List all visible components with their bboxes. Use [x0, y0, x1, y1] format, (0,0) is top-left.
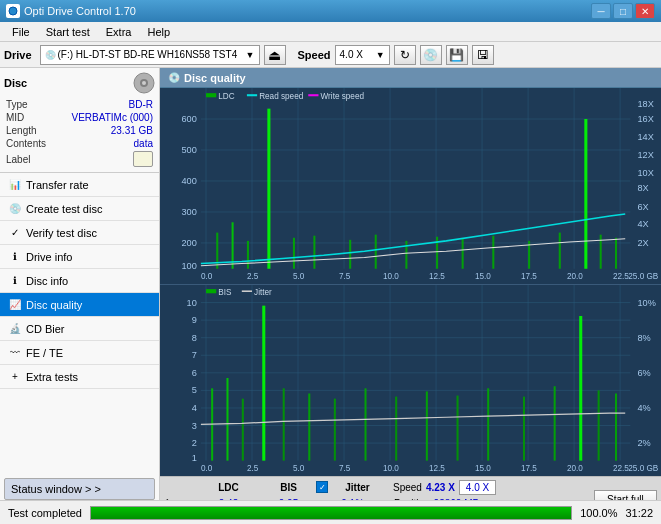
svg-text:20.0: 20.0 [567, 464, 583, 473]
svg-rect-69 [160, 285, 661, 476]
contents-label: Contents [6, 138, 46, 149]
disc-quality-header-icon: 💿 [168, 72, 180, 83]
disc-mid-row: MID VERBATIMc (000) [4, 111, 155, 124]
status-window-button[interactable]: Status window > > [4, 478, 155, 500]
svg-text:8%: 8% [637, 333, 650, 343]
start-full-button[interactable]: Start full [594, 490, 657, 500]
menubar: File Start test Extra Help [0, 22, 661, 42]
nav-create-test-disc[interactable]: 💿 Create test disc [0, 197, 159, 221]
svg-text:10%: 10% [637, 298, 655, 308]
disc-contents-row: Contents data [4, 137, 155, 150]
nav-transfer-rate[interactable]: 📊 Transfer rate [0, 173, 159, 197]
drive-label: Drive [4, 49, 32, 61]
minimize-button[interactable]: ─ [591, 3, 611, 19]
menu-extra[interactable]: Extra [98, 24, 140, 40]
position-label: Position [394, 498, 430, 500]
svg-point-0 [9, 7, 17, 15]
ldc-chart-panel: 600 500 400 300 200 100 18X 16X 14X 12X … [160, 88, 661, 285]
svg-text:25.0 GB: 25.0 GB [628, 464, 659, 473]
drive-select-value[interactable]: (F:) HL-DT-ST BD-RE WH16NS58 TST4 [58, 49, 244, 60]
svg-text:400: 400 [181, 176, 196, 186]
svg-text:5.0: 5.0 [293, 464, 305, 473]
svg-rect-131 [615, 394, 617, 461]
svg-text:2.5: 2.5 [247, 464, 259, 473]
close-button[interactable]: ✕ [635, 3, 655, 19]
menu-start-test[interactable]: Start test [38, 24, 98, 40]
svg-text:6: 6 [192, 368, 197, 378]
type-value: BD-R [129, 99, 153, 110]
fe-te-icon: 〰 [8, 346, 22, 360]
svg-rect-52 [349, 240, 351, 269]
nav-drive-info-label: Drive info [26, 251, 72, 263]
refresh-button[interactable]: ↻ [394, 45, 416, 65]
create-test-disc-icon: 💿 [8, 202, 22, 216]
tool2-button[interactable]: 💾 [446, 45, 468, 65]
label-label: Label [6, 154, 30, 165]
svg-rect-117 [242, 399, 244, 461]
speed-select-value[interactable]: 4.0 X [340, 49, 374, 60]
stats-table: LDC BIS ✓ Jitter Speed 4.23 X 4.0 X [164, 479, 586, 500]
nav-extra-tests[interactable]: + Extra tests [0, 365, 159, 389]
menu-file[interactable]: File [4, 24, 38, 40]
nav-items: 📊 Transfer rate 💿 Create test disc ✓ Ver… [0, 173, 159, 389]
menu-help[interactable]: Help [139, 24, 178, 40]
titlebar-left: Opti Drive Control 1.70 [6, 4, 136, 18]
maximize-button[interactable]: □ [613, 3, 633, 19]
app-title: Opti Drive Control 1.70 [24, 5, 136, 17]
svg-rect-123 [395, 397, 397, 461]
svg-text:6%: 6% [637, 368, 650, 378]
position-value: 23862 MB [434, 498, 480, 500]
nav-disc-quality-label: Disc quality [26, 299, 82, 311]
svg-text:10.0: 10.0 [383, 272, 399, 281]
svg-point-3 [142, 81, 146, 85]
jitter-checkbox[interactable]: ✓ [316, 481, 328, 493]
nav-disc-info[interactable]: ℹ Disc info [0, 269, 159, 293]
nav-cd-bier[interactable]: 🔬 CD Bier [0, 317, 159, 341]
cd-bier-icon: 🔬 [8, 322, 22, 336]
nav-drive-info[interactable]: ℹ Drive info [0, 245, 159, 269]
svg-rect-59 [559, 233, 561, 269]
type-label: Type [6, 99, 28, 110]
main-area: Disc Type BD-R MID VERBATIMc (000) Lengt… [0, 68, 661, 500]
svg-rect-130 [598, 391, 600, 461]
svg-text:2: 2 [192, 438, 197, 448]
svg-text:500: 500 [181, 145, 196, 155]
nav-disc-quality[interactable]: 📈 Disc quality [0, 293, 159, 317]
transfer-rate-icon: 📊 [8, 178, 22, 192]
nav-disc-info-label: Disc info [26, 275, 68, 287]
svg-text:14X: 14X [637, 132, 653, 142]
svg-text:18X: 18X [637, 99, 653, 109]
drive-dropdown-icon[interactable]: ▼ [246, 50, 255, 60]
length-label: Length [6, 125, 37, 136]
status-window-label: Status window > > [11, 483, 101, 495]
sidebar: Disc Type BD-R MID VERBATIMc (000) Lengt… [0, 68, 160, 500]
svg-text:25.0 GB: 25.0 GB [628, 272, 659, 281]
svg-rect-129 [579, 316, 582, 461]
svg-rect-132 [206, 289, 216, 293]
svg-text:17.5: 17.5 [521, 272, 537, 281]
svg-text:300: 300 [181, 207, 196, 217]
speed-stat-label: Speed [393, 482, 422, 493]
nav-verify-test-disc[interactable]: ✓ Verify test disc [0, 221, 159, 245]
speed-dropdown-icon[interactable]: ▼ [376, 50, 385, 60]
svg-text:3: 3 [192, 421, 197, 431]
speed-stat-box[interactable]: 4.0 X [459, 480, 496, 495]
save-button[interactable]: 🖫 [472, 45, 494, 65]
tool1-button[interactable]: 💿 [420, 45, 442, 65]
svg-text:BIS: BIS [218, 289, 232, 298]
jitter-avg: -0.1% [316, 498, 386, 500]
svg-rect-53 [375, 235, 377, 269]
disc-header: Disc [4, 72, 155, 94]
titlebar: Opti Drive Control 1.70 ─ □ ✕ [0, 0, 661, 22]
verify-test-disc-icon: ✓ [8, 226, 22, 240]
svg-rect-56 [462, 239, 464, 269]
bis-chart-svg: 10 9 8 7 6 5 4 3 2 1 10% 8% 6% 4% 2% [160, 285, 661, 476]
svg-text:7.5: 7.5 [339, 272, 351, 281]
svg-text:100: 100 [181, 261, 196, 271]
svg-text:7: 7 [192, 351, 197, 361]
eject-button[interactable]: ⏏ [264, 45, 286, 65]
svg-text:2%: 2% [637, 438, 650, 448]
label-icon [133, 151, 153, 167]
nav-fe-te[interactable]: 〰 FE / TE [0, 341, 159, 365]
progress-percent: 100.0% [580, 507, 617, 519]
